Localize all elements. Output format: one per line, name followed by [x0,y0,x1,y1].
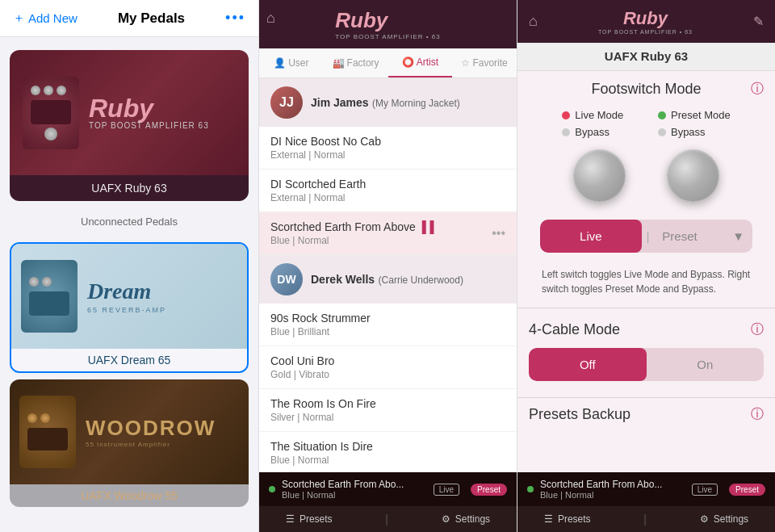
preset-item-3[interactable]: 90s Rock Strummer Blue | Brilliant [259,304,517,346]
left-knob [573,149,626,202]
woodrow-pedal-image-box [19,396,76,468]
ruby-logo: Ruby [89,95,236,121]
preset-name-5: The Room Is On Fire [270,397,505,410]
add-new-button[interactable]: ＋ Add New [13,10,78,26]
presets-label: Presets [300,513,333,525]
signal-icon: ▌▌ [422,220,438,233]
right-settings-icon: ⚙ [700,513,709,525]
preset-item-4[interactable]: Cool Uni Bro Gold | Vibrato [259,346,517,389]
woodrow-knob-1 [27,413,37,423]
ruby-pedal-image-box [23,77,79,149]
live-mode-option: Live Mode [562,109,623,121]
middle-presets-nav[interactable]: ☰ Presets [286,513,333,525]
preset-sub-1: External | Normal [270,192,505,203]
right-knob [667,149,719,202]
middle-ruby-logo: Ruby [335,8,388,33]
cable-off-button[interactable]: Off [529,348,647,381]
tab-factory-label: Factory [347,57,379,69]
right-presets-nav[interactable]: ☰ Presets [544,513,591,525]
ruby-knob-1 [31,86,40,95]
middle-banner: ⌂ Ruby TOP BOOST AMPLIFIER • 63 [259,0,517,48]
middle-home-icon[interactable]: ⌂ [266,10,275,27]
tab-artist-label: Artist [417,57,438,68]
dream-sub: 65 REVERB-AMP [87,306,237,314]
dream-pedal-image: Dream 65 REVERB-AMP [11,244,247,349]
tab-user-label: User [288,57,308,69]
preset-more-button[interactable]: ••• [492,226,505,241]
np-live-badge: Live [434,484,459,496]
live-mode-label: Live Mode [575,109,623,121]
favorite-icon: ☆ [461,57,470,69]
presets-backup-title: Presets Backup [529,406,630,423]
plus-icon: ＋ [13,10,25,26]
dream-pedal-image-box [21,260,78,333]
tab-artist[interactable]: ⭕ Artist [388,48,453,77]
cable-info-icon[interactable]: ⓘ [751,321,764,338]
tab-user[interactable]: 👤 User [259,48,324,77]
right-np-live-badge: Live [692,484,718,496]
footswitch-info-icon[interactable]: ⓘ [751,82,764,95]
middle-ruby-sub: TOP BOOST AMPLIFIER • 63 [335,33,440,40]
preset-name-6: The Situation Is Dire [270,440,505,453]
preset-dropdown-icon[interactable]: ▼ [732,229,744,243]
ruby-knob-2 [44,86,53,95]
dream-logo: Dream [87,279,237,304]
user-icon: 👤 [274,57,286,69]
middle-bottom-bar: ☰ Presets | ⚙ Settings [259,506,517,532]
preset-sub-2: Blue | Normal [270,235,438,246]
artist2-band: (Carrie Underwood) [379,274,463,286]
dream-knob-2 [42,277,52,287]
presets-backup-info-icon[interactable]: ⓘ [751,406,764,423]
bypass-dot-1 [562,128,570,136]
ruby-pedal-card[interactable]: Ruby TOP BOOST AMPLIFIER 63 UAFX Ruby 63 [10,50,249,201]
tab-factory[interactable]: 🏭 Factory [324,48,388,77]
preset-mode-label: Preset Mode [671,109,731,121]
artist1-name-text: Jim James [311,96,369,109]
preset-sub-4: Gold | Vibrato [270,369,505,380]
woodrow-pedal-card[interactable]: WOODROW 55 Instrument Amplifier UAFX Woo… [10,379,249,507]
bypass-option-1: Bypass [562,126,623,138]
preset-item-6[interactable]: The Situation Is Dire Blue | Normal [259,432,517,472]
middle-header: ⌂ Ruby TOP BOOST AMPLIFIER • 63 👤 User 🏭… [259,0,517,78]
bypass-dot-2 [658,128,666,136]
np-preset-badge[interactable]: Preset [471,484,507,496]
live-toggle-button[interactable]: Live [540,220,642,253]
artist1-avatar: JJ [270,86,303,119]
bypass-label-2: Bypass [671,126,706,138]
dream-pedal-card[interactable]: Dream 65 REVERB-AMP UAFX Dream 65 [10,242,249,373]
np-info: Scortched Earth From Abo... Blue | Norma… [282,479,427,500]
ruby-pedal-name: UAFX Ruby 63 [10,175,249,201]
artist2-avatar: DW [270,263,303,295]
footswitch-description: Left switch toggles Live Mode and Bypass… [529,262,764,308]
settings-icon: ⚙ [442,513,450,525]
right-np-info: Scortched Earth From Abo... Blue | Norma… [540,479,685,500]
middle-now-playing: Scortched Earth From Abo... Blue | Norma… [259,472,517,506]
right-settings-nav[interactable]: ⚙ Settings [700,513,748,525]
right-now-playing: Scortched Earth From Abo... Blue | Norma… [517,472,775,506]
right-home-icon[interactable]: ⌂ [529,13,538,30]
artist-icon: ⭕ [402,57,414,68]
np-sub: Blue | Normal [282,490,427,500]
preset-sub-3: Blue | Brilliant [270,326,505,337]
right-pencil-icon[interactable]: ✎ [753,14,764,29]
tabs-row: 👤 User 🏭 Factory ⭕ Artist ☆ Favorite [259,48,517,78]
tab-favorite[interactable]: ☆ Favorite [452,48,517,77]
presets-icon: ☰ [286,513,295,525]
np-name: Scortched Earth From Abo... [282,479,427,490]
middle-settings-nav[interactable]: ⚙ Settings [442,513,490,525]
preset-toggle-label[interactable]: Preset [662,229,697,243]
right-header: ⌂ Ruby TOP BOOST AMPLIFIER • 63 ✎ [517,0,775,43]
preset-mode-option: Preset Mode [658,109,731,121]
preset-item-5[interactable]: The Room Is On Fire Silver | Normal [259,389,517,432]
preset-item-2[interactable]: Scortched Earth From Above ▌▌ Blue | Nor… [259,212,517,255]
left-panel: ＋ Add New My Pedals ••• [0,0,258,532]
factory-icon: 🏭 [333,57,345,69]
preset-item-0[interactable]: DI Nice Boost No Cab External | Normal [259,127,517,170]
more-options-button[interactable]: ••• [225,10,245,27]
cable-on-button[interactable]: On [647,348,765,381]
preset-item-1[interactable]: DI Scortched Earth External | Normal [259,170,517,212]
right-np-preset-badge[interactable]: Preset [729,484,765,496]
footswitch-title: Footswitch Mode [591,81,701,98]
bottom-divider: | [385,513,388,526]
preset-mode-dot [658,111,666,119]
